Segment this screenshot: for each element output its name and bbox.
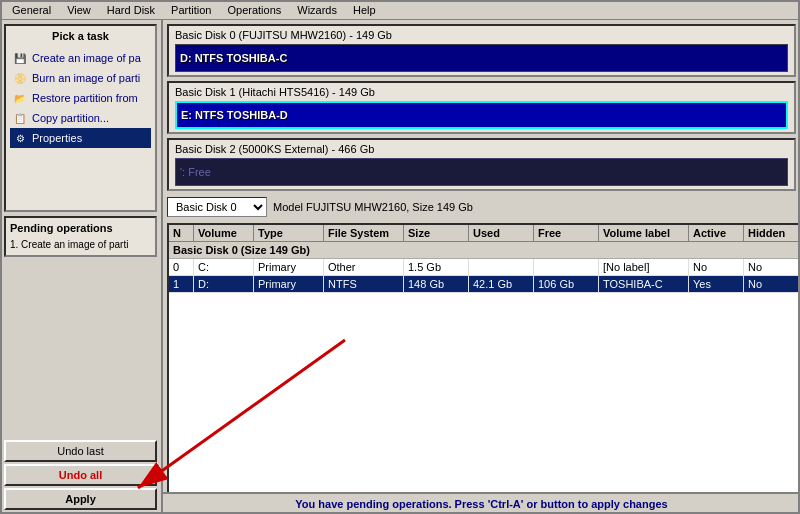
col-header-free: Free bbox=[534, 225, 599, 241]
pending-title: Pending operations bbox=[10, 222, 151, 234]
content-area: Basic Disk 0 (FUJITSU MHW2160) - 149 Gb … bbox=[163, 20, 800, 514]
pending-section: Pending operations 1. Create an image of… bbox=[4, 216, 157, 257]
main-container: Pick a task 💾 Create an image of pa 📀 Bu… bbox=[0, 20, 800, 514]
undo-all-button[interactable]: Undo all bbox=[4, 464, 157, 486]
disk-2-header: Basic Disk 2 (5000KS External) - 466 Gb bbox=[175, 143, 788, 155]
restore-label: Restore partition from bbox=[32, 92, 138, 104]
col-header-fs: File System bbox=[324, 225, 404, 241]
table-row[interactable]: 1 D: Primary NTFS 148 Gb 42.1 Gb 106 Gb … bbox=[169, 276, 799, 293]
row1-type: Primary bbox=[254, 276, 324, 292]
row1-used: 42.1 Gb bbox=[469, 276, 534, 292]
row0-fs: Other bbox=[324, 259, 404, 275]
row1-hidden: No bbox=[744, 276, 799, 292]
col-header-n: N bbox=[169, 225, 194, 241]
status-bar: You have pending operations. Press 'Ctrl… bbox=[163, 492, 800, 514]
menu-help[interactable]: Help bbox=[345, 2, 384, 18]
row0-active: No bbox=[689, 259, 744, 275]
task-section: Pick a task 💾 Create an image of pa 📀 Bu… bbox=[4, 24, 157, 212]
apply-button[interactable]: Apply bbox=[4, 488, 157, 510]
row0-used bbox=[469, 259, 534, 275]
row0-free bbox=[534, 259, 599, 275]
pending-item-0: 1. Create an image of parti bbox=[10, 238, 151, 251]
row0-volume: C: bbox=[194, 259, 254, 275]
row0-label: [No label] bbox=[599, 259, 689, 275]
create-image-icon: 💾 bbox=[12, 50, 28, 66]
disk-1-label: E: NTFS TOSHIBA-D bbox=[181, 109, 288, 121]
menu-view[interactable]: View bbox=[59, 2, 99, 18]
col-header-used: Used bbox=[469, 225, 534, 241]
col-header-size: Size bbox=[404, 225, 469, 241]
partition-table: N Volume Type File System Size Used Free… bbox=[167, 223, 800, 510]
disk-2-label: ': Free bbox=[180, 166, 211, 178]
col-header-label: Volume label bbox=[599, 225, 689, 241]
create-image-label: Create an image of pa bbox=[32, 52, 141, 64]
bottom-panel: Basic Disk 0 Model FUJITSU MHW2160, Size… bbox=[167, 195, 796, 510]
disk-0-header: Basic Disk 0 (FUJITSU MHW2160) - 149 Gb bbox=[175, 29, 788, 41]
status-message: You have pending operations. Press 'Ctrl… bbox=[295, 498, 667, 510]
sidebar: Pick a task 💾 Create an image of pa 📀 Bu… bbox=[0, 20, 163, 514]
sidebar-item-properties[interactable]: ⚙ Properties bbox=[10, 128, 151, 148]
undo-last-button[interactable]: Undo last bbox=[4, 440, 157, 462]
col-header-hidden: Hidden bbox=[744, 225, 799, 241]
copy-label: Copy partition... bbox=[32, 112, 109, 124]
row1-fs: NTFS bbox=[324, 276, 404, 292]
disk-selector-row: Basic Disk 0 Model FUJITSU MHW2160, Size… bbox=[167, 195, 800, 219]
menubar: General View Hard Disk Partition Operati… bbox=[0, 0, 800, 20]
restore-icon: 📂 bbox=[12, 90, 28, 106]
col-header-active: Active bbox=[689, 225, 744, 241]
sidebar-item-restore-partition[interactable]: 📂 Restore partition from bbox=[10, 88, 151, 108]
disk-model-info: Model FUJITSU MHW2160, Size 149 Gb bbox=[273, 201, 473, 213]
disk-2-section: Basic Disk 2 (5000KS External) - 466 Gb … bbox=[167, 138, 796, 191]
table-group-header: Basic Disk 0 (Size 149 Gb) bbox=[169, 242, 799, 259]
burn-image-label: Burn an image of parti bbox=[32, 72, 140, 84]
disk-0-section: Basic Disk 0 (FUJITSU MHW2160) - 149 Gb … bbox=[167, 24, 796, 77]
disk-2-bar[interactable]: ': Free bbox=[175, 158, 788, 186]
row0-n: 0 bbox=[169, 259, 194, 275]
disk-0-label: D: NTFS TOSHIBA-C bbox=[180, 52, 287, 64]
menu-operations[interactable]: Operations bbox=[219, 2, 289, 18]
row1-n: 1 bbox=[169, 276, 194, 292]
pick-task-title: Pick a task bbox=[10, 30, 151, 42]
row0-hidden: No bbox=[744, 259, 799, 275]
table-row[interactable]: 0 C: Primary Other 1.5 Gb [No label] No … bbox=[169, 259, 799, 276]
table-header: N Volume Type File System Size Used Free… bbox=[169, 225, 799, 242]
row1-size: 148 Gb bbox=[404, 276, 469, 292]
row0-size: 1.5 Gb bbox=[404, 259, 469, 275]
properties-label: Properties bbox=[32, 132, 82, 144]
row1-active: Yes bbox=[689, 276, 744, 292]
row1-volume: D: bbox=[194, 276, 254, 292]
table-area: Basic Disk 0 Model FUJITSU MHW2160, Size… bbox=[167, 195, 800, 510]
menu-wizards[interactable]: Wizards bbox=[289, 2, 345, 18]
row1-label: TOSHIBA-C bbox=[599, 276, 689, 292]
row0-type: Primary bbox=[254, 259, 324, 275]
disk-1-section: Basic Disk 1 (Hitachi HTS5416) - 149 Gb … bbox=[167, 81, 796, 134]
disk-selector[interactable]: Basic Disk 0 bbox=[167, 197, 267, 217]
copy-icon: 📋 bbox=[12, 110, 28, 126]
sidebar-item-copy-partition[interactable]: 📋 Copy partition... bbox=[10, 108, 151, 128]
disk-0-bar[interactable]: D: NTFS TOSHIBA-C bbox=[175, 44, 788, 72]
disk-1-header: Basic Disk 1 (Hitachi HTS5416) - 149 Gb bbox=[175, 86, 788, 98]
sidebar-item-burn-image[interactable]: 📀 Burn an image of parti bbox=[10, 68, 151, 88]
sidebar-item-create-image[interactable]: 💾 Create an image of pa bbox=[10, 48, 151, 68]
row1-free: 106 Gb bbox=[534, 276, 599, 292]
col-header-type: Type bbox=[254, 225, 324, 241]
sidebar-buttons: Undo last Undo all Apply bbox=[0, 436, 161, 514]
col-header-volume: Volume bbox=[194, 225, 254, 241]
menu-partition[interactable]: Partition bbox=[163, 2, 219, 18]
burn-image-icon: 📀 bbox=[12, 70, 28, 86]
properties-icon: ⚙ bbox=[12, 130, 28, 146]
menu-hard-disk[interactable]: Hard Disk bbox=[99, 2, 163, 18]
menu-general[interactable]: General bbox=[4, 2, 59, 18]
